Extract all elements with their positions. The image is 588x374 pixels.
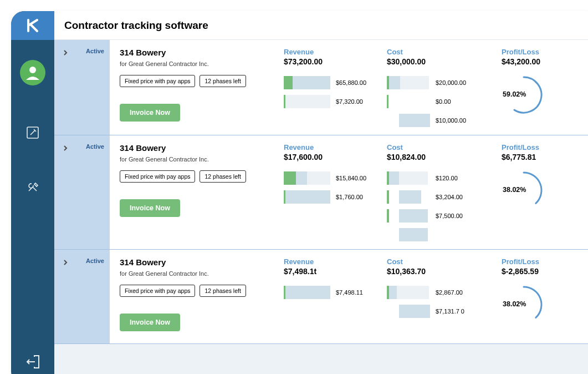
bar-value: $0.00 bbox=[436, 98, 451, 105]
invoice-now-button[interactable]: Invoice Now bbox=[120, 199, 180, 217]
status-badge: Active bbox=[86, 48, 104, 54]
bar-value: $2,867.00 bbox=[436, 289, 463, 296]
tag-phases: 12 phases left bbox=[200, 75, 246, 87]
logo-k-icon bbox=[25, 18, 40, 33]
row-left-strip: Active bbox=[54, 40, 110, 135]
tag-phases: 12 phases left bbox=[200, 285, 246, 297]
bar-row: $20,000.00 bbox=[387, 76, 489, 89]
bar-row: $10,000.00 bbox=[387, 114, 489, 127]
bar-row bbox=[387, 228, 489, 241]
bar-row: $120.00 bbox=[387, 171, 489, 185]
profit-amount: $-2,865.59 bbox=[502, 267, 574, 276]
profit-amount: $6,775.81 bbox=[502, 153, 574, 161]
bar-value: $15,840.00 bbox=[336, 175, 366, 181]
profit-percent: 59.02% bbox=[503, 90, 526, 98]
bar-row: $7,498.11 bbox=[284, 286, 384, 299]
profit-arc: 59.02% bbox=[502, 75, 546, 114]
bar-value: $3,204.00 bbox=[436, 194, 463, 200]
cost-label: Cost bbox=[387, 143, 489, 151]
bar-row: $65,880.00 bbox=[284, 76, 384, 89]
bar-row: $3,204.00 bbox=[387, 190, 489, 204]
project-row: Active 314 Bowery for Great General Cont… bbox=[54, 250, 588, 344]
tools-nav-icon[interactable] bbox=[25, 180, 40, 194]
row-left-strip: Active bbox=[54, 250, 110, 343]
logout-icon[interactable] bbox=[25, 354, 40, 370]
project-row: Active 314 Bowery for Great General Cont… bbox=[54, 135, 588, 250]
project-name: 314 Bowery bbox=[120, 143, 280, 153]
tag-price-type: Fixed price with pay apps bbox=[120, 75, 195, 87]
page-title: Contractor tracking software bbox=[64, 19, 208, 32]
expand-chevron-icon[interactable] bbox=[60, 257, 70, 267]
cost-amount: $30,000.00 bbox=[387, 57, 489, 66]
app-frame: Contractor tracking software Active 314 … bbox=[11, 11, 588, 374]
status-badge: Active bbox=[86, 257, 104, 264]
bar-value: $7,320.00 bbox=[336, 98, 363, 105]
profit-label: Profit/Loss bbox=[502, 143, 574, 151]
revenue-amount: $7,498.1t bbox=[284, 267, 384, 276]
cost-amount: $10,824.00 bbox=[387, 153, 489, 161]
revenue-label: Revenue bbox=[284, 48, 384, 56]
edit-nav-icon[interactable] bbox=[25, 125, 40, 140]
project-row: Active 314 Bowery for Great General Cont… bbox=[54, 40, 588, 135]
invoice-now-button[interactable]: Invoice Now bbox=[120, 104, 180, 122]
cost-label: Cost bbox=[387, 257, 489, 266]
sidebar bbox=[11, 11, 54, 374]
bar-row: $7,500.00 bbox=[387, 209, 489, 223]
project-client: for Great General Contractor Inc. bbox=[120, 270, 280, 277]
svg-point-0 bbox=[29, 67, 36, 73]
cost-label: Cost bbox=[387, 48, 489, 56]
status-badge: Active bbox=[86, 143, 104, 150]
tag-price-type: Fixed price with pay apps bbox=[120, 170, 195, 183]
bar-row: $7,131.7 0 bbox=[387, 305, 489, 318]
header: Contractor tracking software bbox=[54, 11, 588, 40]
row-left-strip: Active bbox=[54, 135, 110, 249]
bar-value: $7,498.11 bbox=[336, 289, 363, 296]
revenue-label: Revenue bbox=[284, 143, 384, 151]
bar-row: $2,867.00 bbox=[387, 286, 489, 299]
project-name: 314 Bowery bbox=[120, 48, 280, 57]
expand-chevron-icon[interactable] bbox=[60, 143, 70, 153]
cost-amount: $10,363.70 bbox=[387, 267, 489, 276]
profit-percent: 38.02% bbox=[503, 300, 526, 308]
logo[interactable] bbox=[11, 11, 54, 40]
profit-amount: $43,200.00 bbox=[502, 57, 574, 66]
revenue-amount: $17,600.00 bbox=[284, 153, 384, 161]
bar-row: $15,840.00 bbox=[284, 171, 384, 185]
revenue-amount: $73,200.00 bbox=[284, 57, 384, 66]
invoice-now-button[interactable]: Invoice Now bbox=[120, 314, 180, 331]
project-client: for Great General Contractor Inc. bbox=[120, 156, 280, 163]
profit-label: Profit/Loss bbox=[502, 257, 574, 266]
project-list: Active 314 Bowery for Great General Cont… bbox=[54, 40, 588, 374]
profit-label: Profit/Loss bbox=[502, 48, 574, 56]
bar-value: $120.00 bbox=[436, 175, 458, 181]
tag-phases: 12 phases left bbox=[200, 170, 246, 183]
profit-arc: 38.02% bbox=[502, 170, 546, 209]
bar-value: $1,760.00 bbox=[336, 194, 363, 200]
main-content: Contractor tracking software Active 314 … bbox=[54, 11, 588, 374]
bar-value: $7,131.7 0 bbox=[436, 308, 464, 315]
profit-arc: 38.02% bbox=[502, 285, 546, 324]
expand-chevron-icon[interactable] bbox=[60, 48, 70, 58]
user-icon bbox=[23, 63, 42, 82]
bar-value: $10,000.00 bbox=[436, 117, 466, 124]
project-client: for Great General Contractor Inc. bbox=[120, 60, 280, 67]
bar-row: $1,760.00 bbox=[284, 190, 384, 204]
project-name: 314 Bowery bbox=[120, 257, 280, 267]
profit-percent: 38.02% bbox=[503, 186, 526, 194]
bar-row: $7,320.00 bbox=[284, 95, 384, 108]
bar-value: $7,500.00 bbox=[436, 213, 463, 219]
tag-price-type: Fixed price with pay apps bbox=[120, 285, 195, 297]
bar-row: $0.00 bbox=[387, 95, 489, 108]
bar-value: $20,000.00 bbox=[436, 79, 466, 86]
bar-value: $65,880.00 bbox=[336, 79, 366, 86]
revenue-label: Revenue bbox=[284, 257, 384, 266]
avatar[interactable] bbox=[20, 60, 45, 85]
